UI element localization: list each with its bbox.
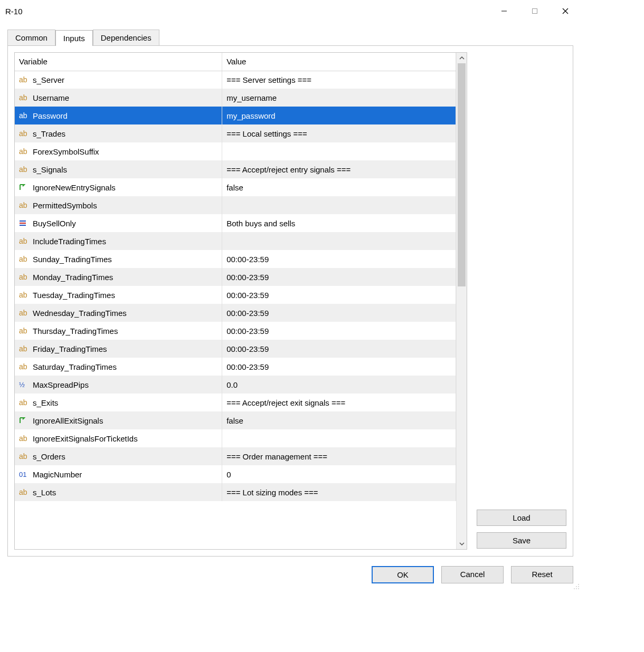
variable-name: Password — [33, 111, 68, 120]
variable-value[interactable]: 00:00-23:59 — [222, 322, 456, 340]
table-row[interactable]: abs_Lots=== Lot sizing modes === — [15, 483, 456, 501]
variable-name: MagicNumber — [33, 470, 82, 479]
table-row[interactable]: abs_Server=== Server settings === — [15, 71, 456, 89]
close-button[interactable] — [550, 0, 581, 22]
variable-value[interactable]: === Accept/reject entry signals === — [222, 160, 456, 178]
variable-name: IgnoreAllExitSignals — [33, 416, 103, 425]
variable-value[interactable]: 00:00-23:59 — [222, 304, 456, 322]
variable-name: s_Orders — [33, 452, 65, 461]
string-type-icon: ab — [19, 327, 30, 335]
tab-inputs[interactable]: Inputs — [55, 30, 93, 46]
table-row[interactable]: IgnoreNewEntrySignalsfalse — [15, 178, 456, 196]
cancel-button[interactable]: Cancel — [441, 566, 504, 583]
svg-point-14 — [578, 588, 579, 589]
table-row[interactable]: ½MaxSpreadPips0.0 — [15, 376, 456, 394]
variable-name: Monday_TradingTimes — [33, 273, 113, 282]
table-row[interactable]: IgnoreAllExitSignalsfalse — [15, 411, 456, 429]
variable-value[interactable] — [222, 196, 456, 214]
scroll-up-icon[interactable] — [457, 53, 467, 63]
dialog-footer: OK Cancel Reset — [0, 560, 581, 591]
string-type-icon: ab — [19, 398, 30, 407]
string-type-icon: ab — [19, 434, 30, 443]
variable-value[interactable] — [222, 429, 456, 447]
string-type-icon: ab — [19, 93, 30, 102]
variable-value[interactable]: 00:00-23:59 — [222, 268, 456, 286]
tab-strip: Common Inputs Dependencies — [7, 30, 573, 45]
variable-value[interactable]: 00:00-23:59 — [222, 286, 456, 304]
variable-value[interactable]: 0 — [222, 465, 456, 483]
table-row[interactable]: abWednesday_TradingTimes00:00-23:59 — [15, 304, 456, 322]
resize-grip-icon[interactable] — [572, 582, 580, 590]
variable-name: Friday_TradingTimes — [33, 344, 107, 353]
variable-name: Thursday_TradingTimes — [33, 327, 118, 335]
svg-point-9 — [578, 584, 579, 585]
table-row[interactable]: abSunday_TradingTimes00:00-23:59 — [15, 250, 456, 268]
table-row[interactable]: abUsernamemy_username — [15, 89, 456, 107]
variable-value[interactable]: 00:00-23:59 — [222, 358, 456, 376]
table-row[interactable]: abs_Orders=== Order management === — [15, 447, 456, 465]
load-button[interactable]: Load — [477, 510, 566, 526]
variable-name: MaxSpreadPips — [33, 380, 89, 389]
string-type-icon: ab — [19, 488, 30, 496]
table-row[interactable]: abThursday_TradingTimes00:00-23:59 — [15, 322, 456, 340]
reset-button[interactable]: Reset — [511, 566, 573, 583]
table-row[interactable]: BuySellOnlyBoth buys and sells — [15, 214, 456, 232]
variable-value[interactable]: === Order management === — [222, 447, 456, 465]
table-row[interactable]: abIncludeTradingTimes — [15, 232, 456, 250]
variable-value[interactable] — [222, 142, 456, 160]
variable-name: Sunday_TradingTimes — [33, 255, 112, 264]
table-row[interactable]: abs_Trades=== Local settings === — [15, 124, 456, 142]
double-type-icon: ½ — [19, 381, 30, 389]
ok-button[interactable]: OK — [372, 566, 434, 583]
table-row[interactable]: abPermittedSymbols — [15, 196, 456, 214]
scroll-thumb[interactable] — [458, 63, 466, 286]
variable-value[interactable]: === Lot sizing modes === — [222, 483, 456, 501]
table-row[interactable]: abTuesday_TradingTimes00:00-23:59 — [15, 286, 456, 304]
string-type-icon: ab — [19, 309, 30, 317]
table-row[interactable]: abs_Exits=== Accept/reject exit signals … — [15, 394, 456, 411]
scroll-down-icon[interactable] — [457, 539, 467, 549]
variable-value[interactable]: false — [222, 178, 456, 196]
tab-dependencies[interactable]: Dependencies — [93, 30, 159, 45]
save-button[interactable]: Save — [477, 532, 566, 549]
variable-name: s_Server — [33, 75, 64, 84]
table-row[interactable]: abMonday_TradingTimes00:00-23:59 — [15, 268, 456, 286]
variable-value[interactable]: Both buys and sells — [222, 214, 456, 232]
column-header-variable[interactable]: Variable — [15, 53, 222, 71]
table-row[interactable]: abForexSymbolSuffix — [15, 142, 456, 160]
bool-type-icon — [19, 184, 30, 191]
variable-name: IgnoreNewEntrySignals — [33, 183, 116, 192]
variable-name: Wednesday_TradingTimes — [33, 309, 127, 318]
variable-name: Tuesday_TradingTimes — [33, 291, 115, 300]
minimize-button[interactable] — [489, 0, 519, 22]
vertical-scrollbar[interactable] — [456, 53, 467, 549]
variable-value[interactable]: === Accept/reject exit signals === — [222, 394, 456, 411]
variable-value[interactable]: 0.0 — [222, 376, 456, 394]
variable-value[interactable] — [222, 232, 456, 250]
int-type-icon: 01 — [19, 471, 30, 478]
string-type-icon: ab — [19, 255, 30, 263]
string-type-icon: ab — [19, 362, 30, 371]
variable-name: ForexSymbolSuffix — [33, 147, 99, 156]
svg-point-10 — [576, 586, 577, 587]
variable-value[interactable]: 00:00-23:59 — [222, 340, 456, 358]
table-row[interactable]: abPasswordmy_password — [15, 107, 456, 124]
tab-common[interactable]: Common — [7, 30, 55, 45]
variable-value[interactable]: my_password — [222, 107, 456, 124]
variable-value[interactable]: false — [222, 411, 456, 429]
table-row[interactable]: abSaturday_TradingTimes00:00-23:59 — [15, 358, 456, 376]
string-type-icon: ab — [19, 129, 30, 138]
string-type-icon: ab — [19, 291, 30, 299]
table-row[interactable]: abFriday_TradingTimes00:00-23:59 — [15, 340, 456, 358]
enum-type-icon — [19, 220, 30, 226]
variable-value[interactable]: === Local settings === — [222, 124, 456, 142]
column-header-value[interactable]: Value — [222, 53, 456, 71]
table-row[interactable]: abs_Signals=== Accept/reject entry signa… — [15, 160, 456, 178]
variable-value[interactable]: === Server settings === — [222, 71, 456, 89]
variable-value[interactable]: 00:00-23:59 — [222, 250, 456, 268]
client-area: Common Inputs Dependencies Variable Valu… — [0, 22, 581, 560]
table-row[interactable]: 01MagicNumber0 — [15, 465, 456, 483]
table-row[interactable]: abIgnoreExitSignalsForTicketIds — [15, 429, 456, 447]
variable-value[interactable]: my_username — [222, 89, 456, 107]
maximize-button[interactable] — [519, 0, 550, 22]
